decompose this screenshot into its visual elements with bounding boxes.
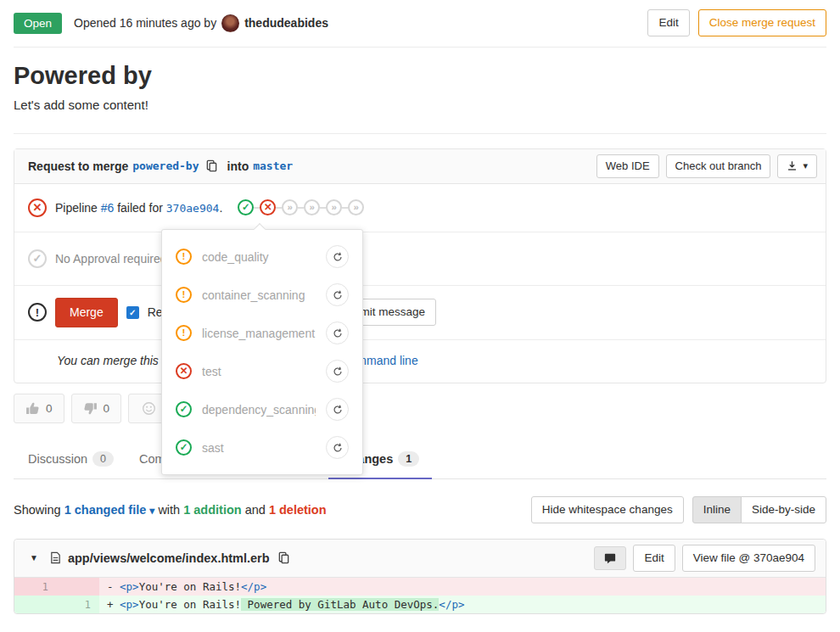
showing-label: Showing (14, 503, 61, 517)
old-line-number[interactable] (14, 596, 57, 613)
request-to-merge-label: Request to merge (28, 159, 128, 173)
edit-file-button[interactable]: Edit (633, 545, 675, 572)
diff-summary-bar: Showing 1 changed file ▾ with 1 addition… (14, 496, 826, 523)
thumbs-down-count: 0 (104, 402, 110, 415)
retry-job-button[interactable] (326, 436, 349, 459)
toggle-comments-button[interactable] (594, 546, 626, 570)
into-label: into (227, 159, 249, 173)
job-name: container_scanning (202, 288, 316, 302)
copy-path-button[interactable] (276, 550, 292, 566)
checkout-branch-button[interactable]: Check out branch (666, 154, 771, 178)
download-dropdown-button[interactable]: ▾ (777, 154, 817, 178)
retry-job-button[interactable] (326, 283, 349, 306)
retry-job-button[interactable] (326, 398, 349, 421)
deletions-count: 1 deletion (269, 503, 327, 517)
added-code: + <p>You're on Rails! Powered by GitLab … (99, 596, 826, 613)
warning-status-icon: ! (176, 325, 192, 341)
pipeline-status-row: ✕ Pipeline #6 failed for 370ae904. ✓✕»»»… (14, 184, 826, 232)
target-branch-link[interactable]: master (253, 159, 293, 172)
stage-skipped-icon[interactable]: » (348, 199, 364, 215)
stage-failed-icon[interactable]: ✕ (260, 199, 276, 215)
smiley-icon (142, 401, 156, 416)
tab-discussion-count: 0 (92, 451, 114, 467)
pipeline-jobs-dropdown: ! code_quality ! container_scanning ! li… (161, 229, 363, 475)
thumbs-up-button[interactable]: 0 (14, 394, 64, 423)
thumbs-up-icon (25, 401, 40, 416)
mr-tabs: Discussion0 Commits1 Pipelines1 Changes1 (14, 440, 826, 479)
inline-view-button[interactable]: Inline (692, 496, 742, 523)
success-status-icon: ✓ (176, 439, 192, 456)
job-name: dependency_scanning (202, 403, 316, 417)
new-line-number[interactable]: 1 (57, 596, 99, 613)
stage-skipped-icon[interactable]: » (326, 199, 342, 215)
removed-code: - <p>You're on Rails!</p> (99, 578, 826, 596)
retry-job-button[interactable] (326, 322, 349, 344)
view-file-button[interactable]: View file @ 370ae904 (682, 545, 815, 572)
job-item-code-quality[interactable]: ! code_quality (162, 238, 362, 276)
diff-view-toggle: Inline Side-by-side (692, 496, 826, 523)
avatar[interactable] (221, 14, 239, 32)
approval-check-icon: ✓ (28, 249, 47, 268)
retry-job-button[interactable] (326, 245, 349, 268)
comment-icon (604, 552, 616, 564)
thumbs-down-button[interactable]: 0 (71, 394, 122, 423)
tab-discussion[interactable]: Discussion0 (15, 440, 126, 479)
job-item-container-scanning[interactable]: ! container_scanning (162, 276, 362, 314)
failed-status-icon: ✕ (176, 363, 192, 379)
changed-files-dropdown[interactable]: 1 changed file ▾ (64, 503, 155, 517)
collapse-file-toggle[interactable]: ▼ (25, 551, 43, 564)
pipeline-failed-icon: ✕ (28, 199, 47, 217)
commit-sha-link[interactable]: 370ae904 (166, 202, 220, 215)
retry-icon (333, 252, 343, 262)
merge-button[interactable]: Merge (55, 298, 118, 327)
hide-whitespace-button[interactable]: Hide whitespace changes (531, 496, 684, 523)
with-label: with (158, 503, 180, 517)
download-icon (787, 160, 798, 171)
mini-pipeline-graph: ✓✕»»»» (238, 199, 364, 215)
approval-row: ✓ No Approval required (14, 232, 826, 286)
divider (14, 133, 826, 134)
chevron-down-icon: ▾ (149, 505, 154, 517)
warning-status-icon: ! (176, 287, 192, 303)
diff-line-removed: 1 - <p>You're on Rails!</p> (14, 578, 826, 596)
copy-icon (277, 551, 290, 564)
source-branch-link[interactable]: powered-by (132, 159, 199, 172)
pipeline-label: Pipeline (55, 201, 98, 215)
retry-icon (333, 290, 343, 300)
stage-skipped-icon[interactable]: » (304, 199, 320, 215)
job-item-license-management[interactable]: ! license_management (162, 314, 362, 352)
author-name[interactable]: thedudeabides (244, 16, 328, 30)
job-item-dependency-scanning[interactable]: ✓ dependency_scanning (162, 390, 362, 428)
success-status-icon: ✓ (176, 401, 192, 417)
job-item-sast[interactable]: ✓ sast (162, 428, 362, 467)
copy-icon (205, 159, 218, 172)
side-by-side-view-button[interactable]: Side-by-side (741, 496, 826, 523)
retry-icon (333, 328, 343, 338)
close-merge-request-button[interactable]: Close merge request (698, 9, 826, 36)
opened-info: Opened 16 minutes ago by thedudeabides (74, 14, 328, 32)
old-line-number[interactable]: 1 (14, 578, 57, 596)
edit-button[interactable]: Edit (647, 9, 689, 36)
request-to-merge-row: Request to merge powered-by into master … (14, 149, 826, 184)
command-line-hint-row: You can merge this merge request manuall… (14, 340, 826, 383)
job-item-test[interactable]: ✕ test (162, 352, 362, 390)
retry-icon (333, 405, 343, 415)
new-line-number[interactable] (57, 578, 99, 596)
thumbs-up-count: 0 (46, 402, 53, 415)
stage-skipped-icon[interactable]: » (282, 199, 298, 215)
warning-status-icon: ! (176, 249, 192, 265)
retry-job-button[interactable] (326, 360, 349, 383)
merge-controls-row: ! Merge ✓ Remove source branch Modify co… (14, 286, 826, 340)
retry-icon (333, 443, 343, 453)
stage-success-icon[interactable]: ✓ (238, 199, 254, 215)
page-title: Powered by (14, 62, 826, 90)
job-name: test (202, 365, 316, 378)
copy-branch-button[interactable] (204, 158, 220, 174)
file-path[interactable]: app/views/welcome/index.html.erb (68, 551, 270, 565)
pipeline-number-link[interactable]: #6 (101, 201, 115, 215)
remove-source-branch-checkbox[interactable]: ✓ (126, 306, 139, 319)
pipeline-text: Pipeline #6 failed for 370ae904. (55, 201, 222, 215)
and-label: and (245, 503, 266, 517)
checkbox-check-icon: ✓ (129, 308, 136, 317)
web-ide-button[interactable]: Web IDE (596, 154, 659, 178)
